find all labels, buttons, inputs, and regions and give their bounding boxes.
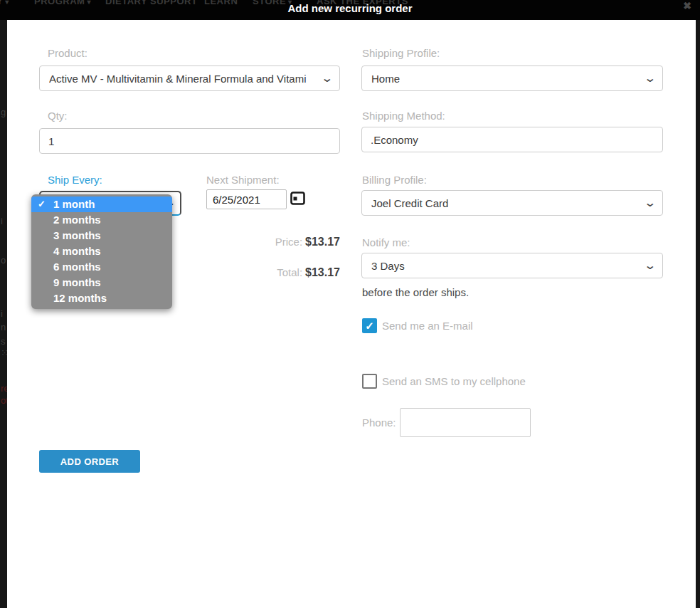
bg-fragment: ot [1,395,7,406]
dropdown-option-3-months[interactable]: 3 months [31,228,172,243]
qty-input[interactable] [39,128,340,154]
bg-fragment: g [1,107,6,117]
add-order-button[interactable]: ADD ORDER [39,450,140,473]
bg-fragment: re [1,383,7,394]
chevron-down-icon: ⌄ [320,71,333,85]
notify-me-select[interactable]: 3 Days ⌄ [361,253,663,278]
billing-profile-select[interactable]: Joel Credit Card ⌄ [361,190,663,216]
email-checkbox-label[interactable]: Send me an E-mail [382,320,473,332]
total-label: Total: [277,266,302,278]
bg-fragment: n [1,322,6,332]
shipping-method-input[interactable] [361,127,663,152]
price-value: $13.17 [305,236,340,248]
product-value: Active MV - Multivitamin & Mineral Formu… [49,73,307,85]
dropdown-option-1-month[interactable]: ✓1 month [31,196,172,212]
chevron-down-icon: ⌄ [643,258,656,272]
bg-fragment: s [1,336,6,347]
shipping-profile-value: Home [371,73,400,85]
shipping-method-label: Shipping Method: [362,110,445,122]
notify-me-label: Notify me: [362,236,410,248]
chevron-down-icon: ⌄ [643,71,656,85]
next-shipment-input[interactable] [206,189,287,209]
close-icon[interactable]: ✖ [683,0,691,11]
phone-label: Phone: [362,416,396,429]
email-checkbox[interactable]: ✓ [362,318,377,333]
product-label: Product: [48,47,88,59]
shipping-profile-label: Shipping Profile: [362,47,440,59]
calendar-icon[interactable] [290,191,305,206]
dropdown-option-4-months[interactable]: 4 months [31,243,172,259]
product-select[interactable]: Active MV - Multivitamin & Mineral Formu… [39,65,340,91]
phone-input[interactable] [400,408,531,437]
topbar: Y▾ PROGRAM▾ DIETARY SUPPORT LEARN STORE▾… [0,0,700,20]
notify-suffix-text: before the order ships. [362,286,469,298]
sms-checkbox-label[interactable]: Send an SMS to my cellphone [382,375,526,387]
qty-label: Qty: [48,110,68,122]
add-recurring-order-modal: Product: Active MV - Multivitamin & Mine… [7,20,696,608]
next-shipment-label: Next Shipment: [206,174,280,186]
ship-every-label: Ship Every: [48,174,102,186]
price-label: Price: [275,236,302,248]
sms-checkbox[interactable] [362,374,377,389]
billing-profile-label: Billing Profile: [362,174,427,186]
billing-profile-value: Joel Credit Card [371,197,448,209]
bg-fragment: i [1,308,3,319]
bg-fragment: o [1,255,6,266]
shipping-profile-select[interactable]: Home ⌄ [361,65,663,91]
bg-fragment: ⁙ [1,347,7,358]
check-icon: ✓ [38,196,46,212]
notify-me-value: 3 Days [371,260,405,272]
dropdown-option-9-months[interactable]: 9 months [31,275,172,290]
chevron-down-icon: ⌄ [643,196,656,209]
total-value: $13.17 [305,266,340,278]
modal-title: Add new recurring order [0,2,700,14]
dropdown-option-2-months[interactable]: 2 months [31,212,172,228]
dropdown-option-6-months[interactable]: 6 months [31,259,172,275]
check-icon: ✓ [365,320,374,332]
bg-fragment: i [1,216,3,226]
ship-every-dropdown: ✓1 month 2 months 3 months 4 months 6 mo… [31,194,172,309]
dropdown-option-12-months[interactable]: 12 months [31,290,172,306]
background-overlay-left: g i o i n s ⁙ re ot [0,20,7,608]
background-overlay-right [696,20,700,608]
